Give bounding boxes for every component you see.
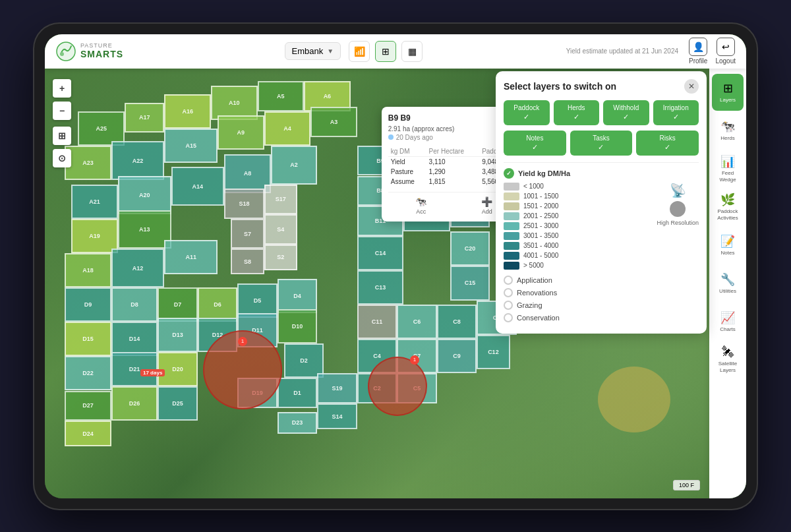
popup-action-acc[interactable]: 🐄 Acc xyxy=(415,196,426,215)
paddock-s8[interactable]: S8 xyxy=(231,249,264,274)
sidebar-item-satellite[interactable]: 🛰 Satellite Layers xyxy=(712,341,744,378)
layer-btn-notes[interactable]: Notes ✓ xyxy=(504,131,566,156)
sidebar-item-layers[interactable]: ⊞ Layers xyxy=(712,74,744,111)
paddock-c20[interactable]: C20 xyxy=(450,231,490,266)
paddock-d15[interactable]: D15 xyxy=(65,322,111,356)
layer-btn-paddock[interactable]: Paddock ✓ xyxy=(504,100,550,125)
paddock-c9[interactable]: C9 xyxy=(437,339,477,373)
layer-btn-irrigation[interactable]: Irrigation ✓ xyxy=(653,100,699,125)
paddock-d5[interactable]: D5 xyxy=(237,283,277,318)
paddock-s4[interactable]: S4 xyxy=(264,214,297,245)
paddock-a21[interactable]: A21 xyxy=(71,185,118,219)
paddock-a10[interactable]: A10 xyxy=(211,86,258,120)
paddock-d10[interactable]: D10 xyxy=(278,309,317,343)
top-right-actions: 👤 Profile ↩ Logout xyxy=(689,38,736,65)
paddock-s2[interactable]: S2 xyxy=(264,245,297,270)
layer-btn-tasks[interactable]: Tasks ✓ xyxy=(570,131,633,156)
paddock-a23[interactable]: A23 xyxy=(65,146,111,180)
col-header-kg: kg DM xyxy=(388,146,426,157)
paddock-a3[interactable]: A3 xyxy=(310,107,357,137)
radio-grazing[interactable]: Grazing xyxy=(504,301,699,310)
popup-action-add[interactable]: ➕ Add xyxy=(481,196,492,215)
paddock-d13[interactable]: D13 xyxy=(158,318,197,352)
paddock-s14[interactable]: S14 xyxy=(317,403,357,429)
layers-toggle-btn[interactable]: ⊞ xyxy=(53,127,71,145)
radio-label-conservation: Conservation xyxy=(517,314,560,322)
sidebar-item-feed-wedge[interactable]: 📊 Feed Wedge xyxy=(712,150,744,187)
feed-wedge-icon: 📊 xyxy=(720,154,735,169)
sidebar-item-utilities[interactable]: 🔧 Utilities xyxy=(712,265,744,302)
layer-btn-herds[interactable]: Herds ✓ xyxy=(554,100,600,125)
paddock-d23[interactable]: D23 xyxy=(278,412,317,434)
radio-conservation[interactable]: Conservation xyxy=(504,313,699,322)
radio-renovations[interactable]: Renovations xyxy=(504,288,699,297)
zoom-out-btn[interactable]: − xyxy=(53,102,71,120)
paddock-s19[interactable]: S19 xyxy=(317,373,357,403)
paddock-c14[interactable]: C14 xyxy=(357,236,404,270)
paddock-d22[interactable]: D22 xyxy=(65,356,111,390)
zoom-in-btn[interactable]: + xyxy=(53,79,71,98)
col-header-per-ha: Per Hectare xyxy=(426,146,480,157)
paddock-s7[interactable]: S7 xyxy=(231,219,264,249)
paddock-a4[interactable]: A4 xyxy=(264,111,311,146)
radio-application[interactable]: Application xyxy=(504,276,699,285)
profile-action[interactable]: 👤 Profile xyxy=(689,38,707,65)
location-btn[interactable]: ⊙ xyxy=(53,149,71,167)
paddock-a25[interactable]: A25 xyxy=(78,111,125,146)
paddock-a13[interactable]: A13 xyxy=(118,210,171,249)
paddock-a11[interactable]: A11 xyxy=(164,240,218,274)
sidebar-item-charts[interactable]: 📈 Charts xyxy=(712,303,744,340)
paddock-a15[interactable]: A15 xyxy=(164,129,218,163)
layer-btn-withhold[interactable]: Withhold ✓ xyxy=(603,100,649,125)
legend-label-1501: 1501 - 2000 xyxy=(523,202,558,210)
paddock-d1[interactable]: D1 xyxy=(278,378,317,408)
paddock-s18[interactable]: S18 xyxy=(224,189,264,219)
paddock-a5[interactable]: A5 xyxy=(258,81,305,111)
layer-btn-risks[interactable]: Risks ✓ xyxy=(636,131,699,156)
sidebar-item-paddock-activities[interactable]: 🌿 Paddock Activities xyxy=(712,189,744,225)
row-yield-label: Yield xyxy=(388,156,426,167)
paddock-d2[interactable]: D2 xyxy=(284,343,324,378)
paddock-s17[interactable]: S17 xyxy=(264,185,297,215)
paddock-c8[interactable]: C8 xyxy=(437,305,477,339)
paddock-c11[interactable]: C11 xyxy=(357,305,397,339)
paddock-d14[interactable]: D14 xyxy=(111,322,158,356)
paddock-d7[interactable]: D7 xyxy=(158,287,197,322)
paddock-a22[interactable]: A22 xyxy=(111,141,165,180)
paddock-a17[interactable]: A17 xyxy=(125,103,164,133)
paddock-d9[interactable]: D9 xyxy=(65,287,111,322)
high-res-toggle[interactable] xyxy=(670,201,686,217)
paddock-d24[interactable]: D24 xyxy=(65,421,111,446)
wifi-icon-btn[interactable]: 📶 xyxy=(349,41,370,62)
paddock-a9[interactable]: A9 xyxy=(218,115,264,150)
paddock-c13[interactable]: C13 xyxy=(357,270,404,305)
farm-selector[interactable]: Embank ▼ xyxy=(285,42,341,60)
paddock-d25[interactable]: D25 xyxy=(158,386,197,421)
legend-check-icon: ✓ xyxy=(504,168,514,179)
paddock-c15[interactable]: C15 xyxy=(450,266,490,300)
sidebar-item-notes[interactable]: 📝 Notes xyxy=(712,227,744,264)
acc-label: Acc xyxy=(416,208,426,215)
paddock-d6[interactable]: D6 xyxy=(198,287,237,322)
paddock-a2[interactable]: A2 xyxy=(271,146,318,185)
paddock-d26[interactable]: D26 xyxy=(111,386,158,421)
paddock-d8[interactable]: D8 xyxy=(111,287,158,322)
paddock-a14[interactable]: A14 xyxy=(171,167,225,206)
paddock-d27[interactable]: D27 xyxy=(65,391,111,421)
paddock-c12b[interactable]: C12 xyxy=(477,335,510,369)
logout-label: Logout xyxy=(715,57,736,65)
layers-close-btn[interactable]: ✕ xyxy=(684,79,699,94)
paddock-a19[interactable]: A19 xyxy=(71,219,118,253)
paddock-a12[interactable]: A12 xyxy=(111,249,165,287)
paddock-a20[interactable]: A20 xyxy=(118,176,171,215)
paddock-c6[interactable]: C6 xyxy=(397,305,436,339)
grid-icon-btn[interactable]: ⊞ xyxy=(375,41,396,62)
feed-wedge-nav-label: Feed Wedge xyxy=(715,170,741,183)
logo-icon xyxy=(55,41,76,62)
sidebar-item-herds[interactable]: 🐄 Herds xyxy=(712,112,744,149)
logout-action[interactable]: ↩ Logout xyxy=(715,38,736,65)
paddock-d4[interactable]: D4 xyxy=(278,279,317,313)
paddock-a16[interactable]: A16 xyxy=(164,94,211,129)
paddock-a18[interactable]: A18 xyxy=(65,253,111,287)
table-icon-btn[interactable]: ▦ xyxy=(401,41,423,62)
